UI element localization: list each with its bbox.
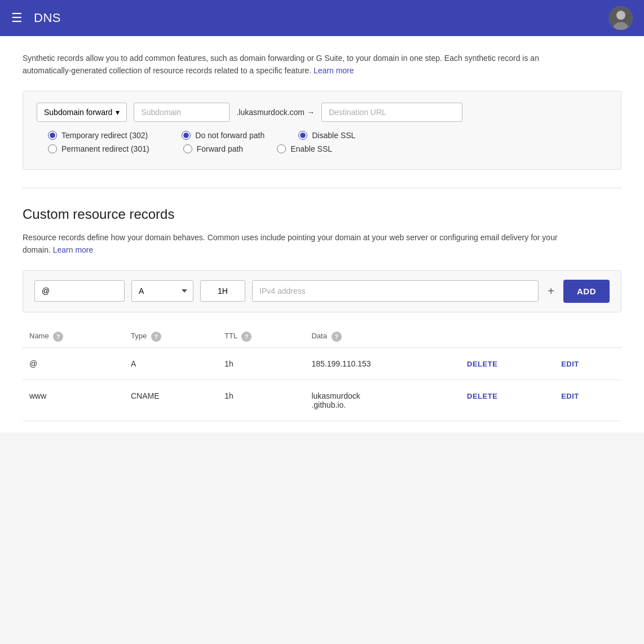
main-content: Synthetic records allow you to add commo… bbox=[0, 36, 644, 433]
svg-point-1 bbox=[616, 11, 625, 20]
row1-data: 185.199.110.153 bbox=[305, 347, 460, 380]
table-row: @ A 1h 185.199.110.153 DELETE EDIT bbox=[23, 347, 621, 380]
record-ttl-input[interactable] bbox=[200, 280, 245, 302]
radio-enable-ssl[interactable]: Enable SSL bbox=[277, 144, 332, 153]
radio-disable-ssl-input[interactable] bbox=[298, 131, 307, 140]
domain-label: .lukasmurdock.com → bbox=[236, 108, 314, 117]
destination-url-input[interactable] bbox=[321, 103, 462, 122]
type-help-icon[interactable]: ? bbox=[151, 332, 161, 342]
section-divider bbox=[23, 188, 621, 188]
row1-type: A bbox=[124, 347, 218, 380]
app-header: ☰ DNS bbox=[0, 0, 644, 36]
radio-302-input[interactable] bbox=[48, 131, 57, 140]
row2-type: CNAME bbox=[124, 380, 218, 421]
radio-row-1: Temporary redirect (302) Do not forward … bbox=[48, 131, 607, 140]
synthetic-row-top: Subdomain forward ▾ .lukasmurdock.com → bbox=[37, 103, 607, 122]
row2-data: lukasmurdock.github.io. bbox=[305, 380, 460, 421]
row1-ttl: 1h bbox=[218, 347, 305, 380]
plus-button[interactable]: + bbox=[545, 285, 557, 298]
col-header-ttl: TTL ? bbox=[218, 326, 305, 348]
col-header-edit bbox=[554, 326, 621, 348]
radio-do-not-forward-path[interactable]: Do not forward path bbox=[182, 131, 264, 140]
record-data-input[interactable] bbox=[252, 280, 539, 302]
menu-icon[interactable]: ☰ bbox=[11, 11, 23, 25]
row2-edit-button[interactable]: EDIT bbox=[561, 392, 579, 400]
radio-options: Temporary redirect (302) Do not forward … bbox=[37, 131, 607, 158]
row1-edit-cell: EDIT bbox=[554, 347, 621, 380]
radio-forward-path[interactable]: Forward path bbox=[183, 144, 243, 153]
subdomain-forward-button[interactable]: Subdomain forward ▾ bbox=[37, 103, 127, 122]
record-type-select[interactable]: A AAAA CNAME MX TXT NS bbox=[131, 280, 193, 302]
col-header-data: Data ? bbox=[305, 326, 460, 348]
radio-no-path-input[interactable] bbox=[182, 131, 191, 140]
data-help-icon[interactable]: ? bbox=[332, 332, 342, 342]
radio-row-2: Permanent redirect (301) Forward path En… bbox=[48, 144, 607, 153]
name-help-icon[interactable]: ? bbox=[53, 332, 63, 342]
record-name-input[interactable] bbox=[34, 280, 125, 302]
row2-delete-button[interactable]: DELETE bbox=[467, 392, 497, 400]
custom-records-learn-more-link[interactable]: Learn more bbox=[53, 245, 94, 254]
table-header-row: Name ? Type ? TTL ? Data ? bbox=[23, 326, 621, 348]
col-header-type: Type ? bbox=[124, 326, 218, 348]
app-title: DNS bbox=[34, 11, 61, 25]
row2-name: www bbox=[23, 380, 124, 421]
records-table: Name ? Type ? TTL ? Data ? bbox=[23, 326, 621, 421]
row1-delete-cell: DELETE bbox=[460, 347, 554, 380]
radio-temporary-redirect[interactable]: Temporary redirect (302) bbox=[48, 131, 148, 140]
col-header-name: Name ? bbox=[23, 326, 124, 348]
row1-delete-button[interactable]: DELETE bbox=[467, 360, 497, 368]
ttl-help-icon[interactable]: ? bbox=[241, 332, 252, 342]
subdomain-input[interactable] bbox=[134, 103, 230, 122]
row1-edit-button[interactable]: EDIT bbox=[561, 360, 579, 368]
synthetic-records-card: Subdomain forward ▾ .lukasmurdock.com → … bbox=[23, 91, 621, 170]
synthetic-learn-more-link[interactable]: Learn more bbox=[314, 66, 354, 75]
chevron-down-icon: ▾ bbox=[116, 108, 120, 117]
row2-delete-cell: DELETE bbox=[460, 380, 554, 421]
radio-path-input[interactable] bbox=[183, 144, 192, 153]
custom-records-title: Custom resource records bbox=[23, 206, 621, 222]
custom-records-description: Resource records define how your domain … bbox=[23, 231, 575, 257]
add-record-button[interactable]: ADD bbox=[563, 280, 610, 303]
col-header-delete bbox=[460, 326, 554, 348]
table-row: www CNAME 1h lukasmurdock.github.io. DEL… bbox=[23, 380, 621, 421]
radio-enable-ssl-input[interactable] bbox=[277, 144, 286, 153]
avatar[interactable] bbox=[609, 6, 633, 30]
radio-disable-ssl[interactable]: Disable SSL bbox=[298, 131, 355, 140]
synthetic-description: Synthetic records allow you to add commo… bbox=[23, 52, 575, 77]
row2-edit-cell: EDIT bbox=[554, 380, 621, 421]
radio-301-input[interactable] bbox=[48, 144, 57, 153]
add-record-form: A AAAA CNAME MX TXT NS + ADD bbox=[23, 270, 621, 312]
row1-name: @ bbox=[23, 347, 124, 380]
radio-permanent-redirect[interactable]: Permanent redirect (301) bbox=[48, 144, 149, 153]
row2-ttl: 1h bbox=[218, 380, 305, 421]
